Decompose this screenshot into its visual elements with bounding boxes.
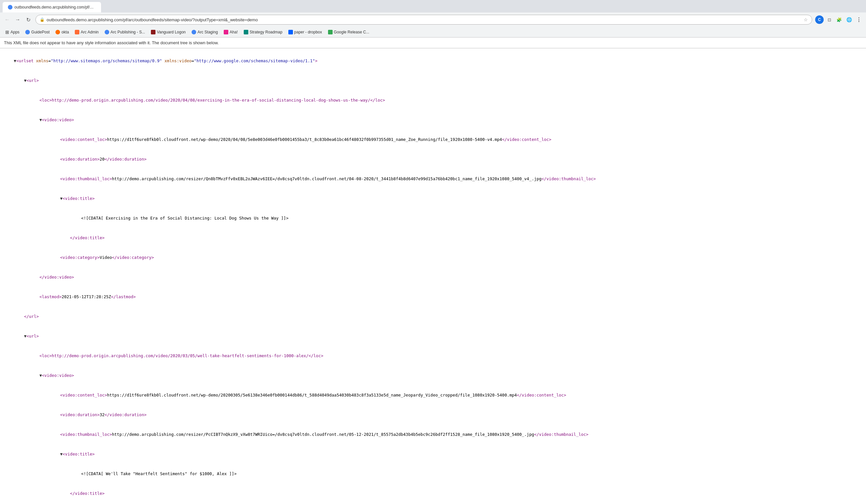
url1-open: ▼<url> <box>9 71 862 90</box>
url-display: outboundfeeds.demo.arcpublishing.com/pf/… <box>47 18 802 22</box>
bookmark-google-release[interactable]: Google Release C... <box>325 29 372 35</box>
bookmark-apps[interactable]: ⊞ Apps <box>3 28 22 36</box>
forward-button[interactable]: → <box>13 15 22 24</box>
bookmark-star-icon[interactable]: ☆ <box>804 17 808 22</box>
url1-title-close: </video:title> <box>35 228 862 248</box>
xml-content: ▼<urlset xmlns="http://www.sitemaps.org/… <box>0 48 866 504</box>
url1-video-toggle[interactable]: ▼ <box>40 117 42 122</box>
bookmark-arc-staging-label: Arc Staging <box>198 30 218 34</box>
url1-content-loc: <video:content_loc>https://d1tf6ure8fkb0… <box>35 130 862 149</box>
strategy-roadmap-favicon <box>244 30 248 34</box>
url2-toggle[interactable]: ▼ <box>24 334 26 339</box>
arc-publishing-favicon <box>104 30 109 34</box>
cast-icon[interactable]: ⊡ <box>825 15 834 24</box>
bookmark-paper-dropbox-label: paper - dropbox <box>294 30 322 34</box>
tab-bar: outboundfeeds.demo.arcpublishing.com/pf/… <box>0 0 866 12</box>
url2-duration: <video:duration>32</video:duration> <box>35 405 862 425</box>
bookmark-apps-label: Apps <box>11 30 19 34</box>
bookmark-paper-dropbox[interactable]: paper - dropbox <box>286 29 325 35</box>
url2-title-cdata: <![CDATA[ We'll Take "Heartfelt Sentimen… <box>56 464 862 484</box>
reload-button[interactable]: ↻ <box>24 15 33 24</box>
urlset-toggle[interactable]: ▼ <box>14 58 16 63</box>
urlset-open-line: ▼<urlset xmlns="http://www.sitemaps.org/… <box>4 51 862 71</box>
browser-chrome: outboundfeeds.demo.arcpublishing.com/pf/… <box>0 0 866 38</box>
url1-video-open: ▼<video:video> <box>20 110 862 130</box>
lock-icon: 🔒 <box>40 18 45 22</box>
url-entry-1: ▼<url> <loc>http://demo-prod.origin.arcp… <box>9 71 862 327</box>
bookmark-arc-admin-label: Arc Admin <box>81 30 99 34</box>
url2-title-toggle[interactable]: ▼ <box>60 451 63 457</box>
bookmark-arc-publishing-label: Arc Publishing - S... <box>111 30 145 34</box>
xml-info-message: This XML file does not appear to have an… <box>4 40 219 45</box>
bookmark-vanguard[interactable]: Vanguard Logon <box>148 29 188 35</box>
arc-staging-favicon <box>191 30 196 34</box>
bookmark-aha[interactable]: Aha! <box>221 29 241 35</box>
bookmark-okta-label: okta <box>61 30 69 34</box>
vanguard-favicon <box>151 30 155 34</box>
url1-title-toggle[interactable]: ▼ <box>60 196 63 201</box>
url2-content-loc: <video:content_loc>https://d1tf6ure8fkb0… <box>35 385 862 405</box>
guidepost-favicon <box>25 30 30 34</box>
url1-video-close: </video:video> <box>20 267 862 287</box>
url1-thumbnail: <video:thumbnail_loc>http://demo.arcpubl… <box>35 169 862 189</box>
address-bar[interactable]: 🔒 outboundfeeds.demo.arcpublishing.com/p… <box>35 15 812 25</box>
aha-favicon <box>224 30 228 34</box>
bookmark-strategy-roadmap[interactable]: Strategy Roadmap <box>241 29 285 35</box>
url-entry-2: ▼<url> <loc>http://demo-prod.origin.arcp… <box>9 327 862 504</box>
bookmark-okta[interactable]: okta <box>53 29 71 35</box>
apps-grid-icon: ⊞ <box>5 30 9 35</box>
google-release-favicon <box>328 30 333 34</box>
url2-title-close: </video:title> <box>35 484 862 503</box>
bookmark-arc-staging[interactable]: Arc Staging <box>189 29 220 35</box>
bookmark-guidepost-label: GuidePost <box>31 30 49 34</box>
active-tab[interactable]: outboundfeeds.demo.arcpublishing.com/pf/… <box>3 2 101 12</box>
nav-bar: ← → ↻ 🔒 outboundfeeds.demo.arcpublishing… <box>0 12 866 27</box>
bookmark-arc-admin[interactable]: Arc Admin <box>72 29 101 35</box>
globe-icon[interactable]: 🌐 <box>844 15 854 24</box>
xml-info-bar: This XML file does not appear to have an… <box>0 38 866 48</box>
url1-loc: <loc>http://demo-prod.origin.arcpublishi… <box>20 90 862 110</box>
url2-open: ▼<url> <box>9 327 862 346</box>
bookmark-vanguard-label: Vanguard Logon <box>157 30 186 34</box>
okta-favicon <box>55 30 60 34</box>
url2-title-open: ▼<video:title> <box>35 444 862 464</box>
tab-favicon <box>8 5 12 10</box>
url1-title-open: ▼<video:title> <box>35 189 862 208</box>
bookmark-google-release-label: Google Release C... <box>334 30 369 34</box>
extensions-icon[interactable]: 🧩 <box>834 15 844 24</box>
bookmark-guidepost[interactable]: GuidePost <box>23 29 52 35</box>
url2-thumbnail: <video:thumbnail_loc>http://demo.arcpubl… <box>35 425 862 444</box>
url1-title-cdata: <![CDATA[ Exercising in the Era of Socia… <box>56 208 862 228</box>
url2-content: <loc>http://demo-prod.origin.arcpublishi… <box>20 346 862 504</box>
url2-loc: <loc>http://demo-prod.origin.arcpublishi… <box>20 346 862 366</box>
bookmark-aha-label: Aha! <box>230 30 238 34</box>
arc-admin-favicon <box>75 30 79 34</box>
paper-dropbox-favicon <box>288 30 293 34</box>
more-menu-button[interactable]: ⋮ <box>854 15 863 24</box>
bookmark-strategy-roadmap-label: Strategy Roadmap <box>249 30 282 34</box>
url2-video-open: ▼<video:video> <box>20 366 862 385</box>
url1-close: </url> <box>9 307 862 327</box>
url1-video-content: <video:content_loc>https://d1tf6ure8fkb0… <box>35 130 862 267</box>
url1-category: <video:category>Video</video:category> <box>35 248 862 267</box>
url2-video-content: <video:content_loc>https://d1tf6ure8fkb0… <box>35 385 862 504</box>
tab-title: outboundfeeds.demo.arcpublishing.com/pf/… <box>14 5 96 10</box>
url2-video-toggle[interactable]: ▼ <box>40 373 42 378</box>
url1-toggle[interactable]: ▼ <box>24 78 26 83</box>
nav-icons-right: C ⊡ 🧩 🌐 ⋮ <box>815 15 863 24</box>
profile-avatar: C <box>815 15 824 24</box>
url1-lastmod: <lastmod>2021-05-12T17:28:25Z</lastmod> <box>20 287 862 307</box>
bookmarks-bar: ⊞ Apps GuidePost okta Arc Admin Arc Publ… <box>0 27 866 37</box>
bookmark-arc-publishing[interactable]: Arc Publishing - S... <box>102 29 148 35</box>
chrome-profile-icon[interactable]: C <box>815 15 824 24</box>
url1-content: <loc>http://demo-prod.origin.arcpublishi… <box>20 90 862 307</box>
url1-duration: <video:duration>20</video:duration> <box>35 149 862 169</box>
back-button[interactable]: ← <box>3 15 12 24</box>
